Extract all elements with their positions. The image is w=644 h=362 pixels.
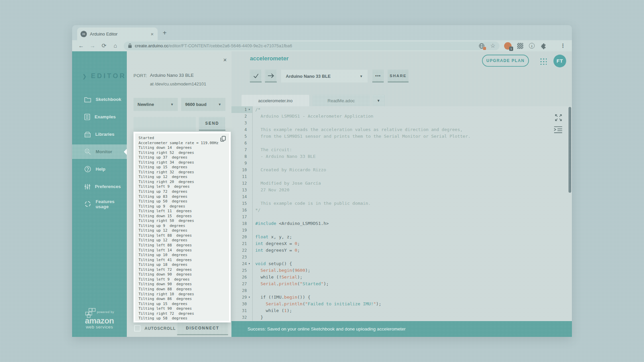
sidebar-item-help[interactable]: Help [72,162,127,176]
console-line: Tilting right 10 degrees [139,292,229,297]
browser-window: ∞ Arduino Editor × + ← → ⟳ ⌂ create.ardu… [72,25,572,337]
app-grid-icon[interactable] [539,57,547,65]
bookmark-star-icon[interactable]: ☆ [490,42,495,49]
more-options-button[interactable]: ••• [372,70,384,82]
code-line: 31 while (1); [231,307,572,314]
console-line: Tilting down 14 degrees [139,145,229,150]
sidebar-item-label: Sketchbook [96,97,121,102]
chevron-down-icon: ▼ [170,103,174,106]
code-text: while (1); [252,307,292,314]
tab-readme-file[interactable]: ReadMe.adoc [313,95,370,106]
console-toggle-icon[interactable] [553,126,563,134]
puzzle-extensions-icon[interactable] [540,43,547,49]
reload-icon[interactable]: ⟳ [98,42,110,49]
code-line: 29▾ if (!IMU.begin()) { [231,294,572,301]
code-line: 32 } [231,314,572,321]
line-number: 5 [231,133,249,140]
line-ending-select[interactable]: Newline ▼ [133,98,178,111]
code-text [252,160,258,167]
code-text: void setup() { [252,260,292,267]
console-line: Tilting left 14 degrees [139,248,229,253]
autoscroll-checkbox[interactable] [134,325,141,331]
tab-list-dropdown[interactable]: ▼ [372,95,385,106]
sketch-title: accelerometer [250,55,288,62]
info-icon[interactable]: i [529,43,535,49]
port-name: Arduino Nano 33 BLE [150,73,194,78]
code-text [252,254,258,260]
sidebar-item-sketchbook[interactable]: Sketchbook [72,92,127,107]
line-number: 2 [231,113,249,120]
fold-arrow-icon[interactable]: ▾ [249,106,252,113]
forward-icon[interactable]: → [87,43,98,49]
lock-icon [128,43,132,48]
verify-button[interactable] [250,70,262,82]
extension-grid-icon[interactable] [517,43,523,49]
back-icon[interactable]: ← [75,43,87,49]
code-text: /* [252,106,261,113]
browser-menu-icon[interactable]: ⋮ [560,43,566,49]
folder-icon [84,97,91,103]
console-line: Tilting up 9 degrees [139,224,229,229]
fold-arrow-icon[interactable]: ▾ [249,260,252,267]
code-line: 26 while (!Serial); [231,274,572,281]
share-button[interactable]: SHARE [388,70,409,82]
serial-panel-footer: AUTOSCROLL DISCONNECT [127,322,231,337]
serial-message-input[interactable] [133,117,196,131]
console-line: Tilting up 9 degrees [139,204,229,209]
line-number: 11 [231,173,249,180]
browser-tab[interactable]: ∞ Arduino Editor × [77,27,158,40]
code-line: 19 [231,227,572,234]
fold-arrow-icon[interactable]: ▾ [249,294,252,301]
code-text [252,120,258,126]
sidebar-item-features-usage[interactable]: Features usage [72,197,127,211]
send-button[interactable]: SEND [199,117,225,131]
upload-button[interactable] [265,70,277,82]
address-bar[interactable]: create.arduino.cc/editor/FT-CONTENT/cebb… [124,42,499,50]
sidebar-item-label: Help [96,167,105,172]
new-tab-button[interactable]: + [163,29,167,37]
sidebar-item-label: Preferences [95,184,121,189]
code-line: 23 [231,254,572,260]
panel-close-icon[interactable]: × [223,57,227,64]
console-line: Tilting up 72 degrees [139,189,229,194]
serial-monitor-panel: × PORT: Arduino Nano 33 BLE at /dev/cu.u… [127,51,231,337]
console-line: Tilting down 15 degrees [139,214,229,219]
code-editor[interactable]: 1▾/*2 Arduino LSM9DS1 - Accelerometer Ap… [231,106,572,321]
fold-gutter [249,220,252,227]
tab-sketch-file[interactable]: accelerometer.ino [241,95,309,106]
sidebar-item-label: Monitor [96,149,112,154]
code-line: 3 [231,120,572,126]
desktop-background: ∞ Arduino Editor × + ← → ⟳ ⌂ create.ardu… [0,0,644,362]
tab-close-icon[interactable]: × [150,31,154,37]
user-avatar[interactable]: FT [553,55,566,67]
code-text: Serial.println("Failed to initialize IMU… [252,301,381,307]
fold-gutter [249,287,252,294]
home-icon[interactable]: ⌂ [110,43,121,49]
sidebar-item-libraries[interactable]: Libraries [72,127,127,141]
line-number: 13 [231,187,249,193]
fullscreen-icon[interactable] [554,113,563,122]
upgrade-plan-button[interactable]: UPGRADE PLAN [482,55,529,67]
arrow-right-icon [267,73,275,79]
editor-scrollbar[interactable] [569,107,571,193]
browser-profile-avatar[interactable]: 1 [504,42,512,50]
fold-gutter [249,146,252,153]
fold-gutter [249,267,252,274]
sidebar-item-examples[interactable]: Examples [72,110,127,124]
code-text: 27 Nov 2020 [252,187,289,193]
serial-console[interactable]: StartedAccelerometer sample rate = 119.0… [133,132,231,322]
examples-icon [84,114,90,120]
fold-gutter [249,193,252,200]
code-line: 25 Serial.begin(9600); [231,267,572,274]
fold-gutter [249,240,252,247]
board-select[interactable]: Arduino Nano 33 BLE ▼ [281,70,368,82]
copy-icon[interactable] [220,135,226,142]
sidebar-item-monitor[interactable]: Monitor [72,144,127,159]
site-permissions-icon[interactable] [478,43,485,49]
console-line: Tilting up 12 degrees [139,175,229,180]
disconnect-button[interactable]: DISCONNECT [177,322,228,335]
code-line: 20float x, y, z; [231,234,572,240]
arduino-favicon-icon: ∞ [80,31,87,37]
sidebar-item-preferences[interactable]: Preferences [72,179,127,194]
baud-rate-select[interactable]: 9600 baud ▼ [181,98,225,111]
